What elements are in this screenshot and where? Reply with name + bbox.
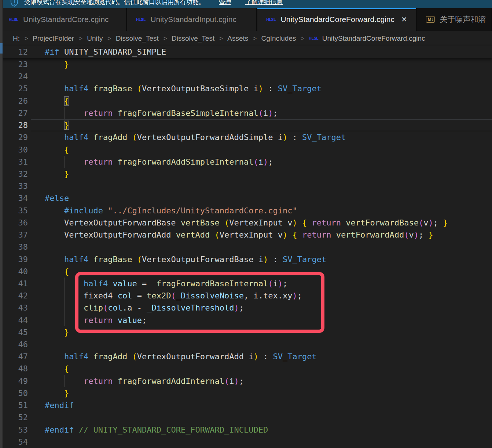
line-number[interactable]: 44	[0, 314, 28, 326]
line-number[interactable]: 28	[0, 119, 28, 131]
code-line-41[interactable]: 41 half4 value = fragForwardBaseInternal…	[0, 278, 492, 290]
breadcrumb-item-6[interactable]: Assets	[227, 34, 248, 43]
code-line-27[interactable]: 27 return fragForwardBaseSimpleInternal(…	[0, 107, 492, 119]
code-token: vertForwardAdd	[336, 230, 404, 239]
line-number[interactable]: 40	[0, 265, 28, 278]
tab-2[interactable]: HLSLUnityStandardInput.cginc	[127, 8, 257, 31]
line-number[interactable]: 47	[0, 350, 28, 363]
code-line-40[interactable]: 40 {	[0, 265, 492, 278]
code-line-31[interactable]: 31 return fragForwardAddSimpleInternal(i…	[0, 156, 492, 168]
line-number[interactable]: 43	[0, 302, 28, 314]
code-line-45[interactable]: 45 }	[0, 326, 492, 338]
code-line-24[interactable]: 24	[0, 70, 492, 82]
line-number[interactable]: 53	[0, 424, 28, 436]
code-line-37[interactable]: 37 VertexOutputForwardAdd vertAdd (Verte…	[0, 229, 492, 241]
code-token: )	[293, 218, 297, 227]
line-number[interactable]: 50	[0, 387, 28, 399]
code-line-47[interactable]: 47 half4 fragAdd (VertexOutputForwardAdd…	[0, 350, 492, 363]
line-number[interactable]: 26	[0, 95, 28, 107]
line-number[interactable]: 45	[0, 326, 28, 338]
code-token	[297, 230, 302, 239]
code-line-46[interactable]: 46	[0, 338, 492, 350]
code-token	[45, 389, 64, 398]
tab-3[interactable]: HLSLUnityStandardCoreForward.cginc✕	[257, 8, 417, 31]
code-token	[113, 316, 117, 325]
line-number[interactable]: 54	[0, 436, 28, 448]
line-number[interactable]: 24	[0, 70, 28, 82]
code-token: half4	[64, 133, 88, 142]
line-number[interactable]: 35	[0, 205, 28, 217]
line-number[interactable]: 32	[0, 168, 28, 180]
sticky-scroll-line[interactable]: 12 #if UNITY_STANDARD_SIMPLE	[0, 46, 492, 58]
code-line-44[interactable]: 44 return value;	[0, 314, 492, 326]
code-line-35[interactable]: 35 #include "../CgIncludes/UnityStandard…	[0, 205, 492, 217]
line-number[interactable]: 29	[0, 131, 28, 143]
code-line-50[interactable]: 50 }	[0, 387, 492, 399]
code-line-53[interactable]: 53#endif // UNITY_STANDARD_CORE_FORWARD_…	[0, 424, 492, 436]
line-content: {	[45, 265, 69, 278]
code-token: i	[258, 157, 263, 166]
line-number[interactable]: 34	[0, 192, 28, 204]
line-number[interactable]: 37	[0, 229, 28, 241]
line-number[interactable]: 33	[0, 180, 28, 192]
code-token	[45, 316, 84, 325]
code-line-49[interactable]: 49 return fragForwardAddInternal(i);	[0, 375, 492, 387]
code-line-29[interactable]: 29 half4 fragAdd (VertexOutputForwardAdd…	[0, 131, 492, 143]
code-line-23[interactable]: 23 }	[0, 58, 492, 70]
code-line-30[interactable]: 30 {	[0, 144, 492, 156]
code-line-51[interactable]: 51#endif	[0, 399, 492, 411]
code-line-32[interactable]: 32 }	[0, 168, 492, 180]
code-line-48[interactable]: 48 {	[0, 363, 492, 375]
code-token: #endif	[45, 425, 74, 434]
banner-learn-more-link[interactable]: 了解详细信息	[245, 0, 283, 7]
line-content: #endif	[45, 399, 74, 411]
close-icon[interactable]: ✕	[401, 16, 407, 23]
code-line-28[interactable]: 28 }	[0, 119, 492, 131]
code-line-39[interactable]: 39 half4 fragBase (VertexOutputForwardBa…	[0, 253, 492, 265]
line-number[interactable]: 39	[0, 253, 28, 265]
line-number[interactable]: 31	[0, 156, 28, 168]
code-lines: 23 }2425 half4 fragBase (VertexOutputBas…	[0, 58, 492, 448]
code-token	[113, 157, 117, 166]
code-token: (	[132, 133, 137, 142]
breadcrumb-item-2[interactable]: ProjectFolder	[33, 34, 74, 43]
line-number[interactable]: 42	[0, 290, 28, 302]
code-line-43[interactable]: 43 clip(col.a - _DissolveThreshold);	[0, 302, 492, 314]
line-number[interactable]: 49	[0, 375, 28, 387]
code-line-42[interactable]: 42 fixed4 col = tex2D(_DissolveNoise, i.…	[0, 290, 492, 302]
tab-1[interactable]: HLSLUnityStandardCore.cginc	[0, 8, 127, 31]
line-number[interactable]: 41	[0, 278, 28, 290]
breadcrumb-file[interactable]: HLSLUnityStandardCoreForward.cginc	[309, 34, 425, 43]
line-number[interactable]: 23	[0, 58, 28, 70]
tab-4[interactable]: M↓关于噪声和溶	[417, 8, 492, 31]
code-line-52[interactable]: 52	[0, 411, 492, 423]
code-line-25[interactable]: 25 half4 fragBase (VertexOutputBaseSimpl…	[0, 82, 492, 95]
code-line-33[interactable]: 33	[0, 180, 492, 192]
code-line-34[interactable]: 34#else	[0, 192, 492, 204]
line-number[interactable]: 51	[0, 399, 28, 411]
code-line-36[interactable]: 36 VertexOutputForwardBase vertBase (Ver…	[0, 217, 492, 229]
line-number[interactable]: 52	[0, 411, 28, 423]
code-line-26[interactable]: 26 {	[0, 95, 492, 107]
code-line-54[interactable]: 54	[0, 436, 492, 448]
line-number[interactable]: 30	[0, 144, 28, 156]
breadcrumb-item-4[interactable]: Dissolve_Test	[116, 34, 159, 43]
line-number[interactable]: 27	[0, 107, 28, 119]
banner-manage-link[interactable]: 管理	[219, 0, 231, 7]
breadcrumb-item-3[interactable]: Unity	[87, 34, 103, 43]
line-number[interactable]: 38	[0, 241, 28, 253]
line-number[interactable]: 48	[0, 363, 28, 375]
breadcrumb-item-5[interactable]: Dissolve_Test	[172, 34, 214, 43]
line-number[interactable]: 25	[0, 82, 28, 95]
breadcrumb-item-7[interactable]: CgIncludes	[261, 34, 296, 43]
code-token	[132, 255, 137, 264]
line-number[interactable]: 46	[0, 338, 28, 350]
breadcrumb-item-1[interactable]: H:	[13, 34, 20, 43]
code-token	[210, 230, 214, 239]
line-number[interactable]: 36	[0, 217, 28, 229]
code-token: #include	[64, 206, 103, 215]
code-token	[113, 377, 117, 386]
code-line-38[interactable]: 38	[0, 241, 492, 253]
code-token: #endif	[45, 401, 74, 410]
tab-label: UnityStandardCoreForward.cginc	[281, 15, 394, 24]
